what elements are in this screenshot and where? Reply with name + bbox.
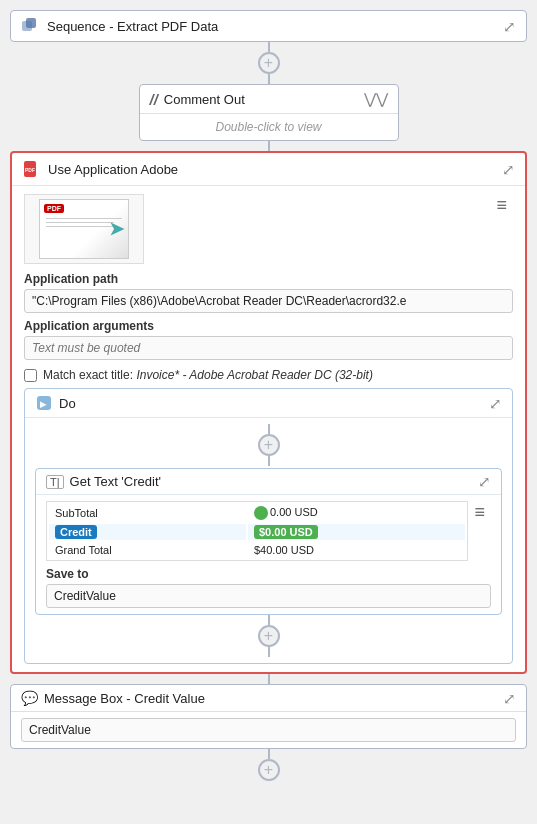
use-app-collapse-btn[interactable]: ⤢ xyxy=(502,162,515,177)
svg-rect-1 xyxy=(26,18,36,28)
table-row-grandtotal: Grand Total $40.00 USD xyxy=(49,542,465,558)
match-exact-checkbox[interactable] xyxy=(24,369,37,382)
match-exact-label: Match exact title: Invoice* - Adobe Acro… xyxy=(43,368,373,382)
use-app-body: PDF ➤ ≡ Application path Application arg… xyxy=(12,186,525,672)
get-text-collapse-btn[interactable]: ⤢ xyxy=(478,474,491,489)
circle-green-icon xyxy=(254,506,268,520)
get-text-menu-btn[interactable]: ≡ xyxy=(468,501,491,523)
connector-line-2 xyxy=(268,74,270,84)
match-exact-value: Invoice* - Adobe Acrobat Reader DC (32-b… xyxy=(136,368,373,382)
connector-2 xyxy=(10,141,527,151)
do-conn-line-2 xyxy=(268,456,270,466)
sequence-header-left: Sequence - Extract PDF Data xyxy=(21,17,218,35)
connector-line-4 xyxy=(268,674,270,684)
use-app-header: PDF Use Application Adobe ⤢ xyxy=(12,153,525,186)
credit-value: $0.00 USD xyxy=(248,524,466,540)
sequence-icon xyxy=(21,17,39,35)
msg-icon: 💬 xyxy=(21,690,38,706)
comment-header-left: // Comment Out xyxy=(150,91,245,108)
do-header-left: ▶ Do xyxy=(35,394,76,412)
subtotal-value: 0.00 USD xyxy=(248,504,466,522)
connector-line-5 xyxy=(268,749,270,759)
comment-out-block: // Comment Out ⋁⋁ Double-click to view xyxy=(139,84,399,141)
msg-body-input[interactable] xyxy=(21,718,516,742)
comment-icon: // xyxy=(150,91,158,108)
pdf-icon: PDF xyxy=(22,159,42,179)
thumbnail-inner: PDF ➤ xyxy=(39,199,129,259)
table-preview: SubTotal 0.00 USD Credit xyxy=(46,501,468,561)
do-conn-line-4 xyxy=(268,647,270,657)
table-row-subtotal: SubTotal 0.00 USD xyxy=(49,504,465,522)
credit-value-highlight: $0.00 USD xyxy=(254,525,318,539)
do-connector-1: + xyxy=(35,424,502,466)
do-conn-line-3 xyxy=(268,615,270,625)
do-body: + T| Get Text 'Credit' ⤢ xyxy=(25,418,512,663)
connector-4: + xyxy=(10,749,527,781)
use-app-block: PDF Use Application Adobe ⤢ PDF ➤ xyxy=(10,151,527,674)
grandtotal-value: $40.00 USD xyxy=(248,542,466,558)
do-add-action-btn-2[interactable]: + xyxy=(258,625,280,647)
subtotal-label: SubTotal xyxy=(49,504,246,522)
connector-line xyxy=(268,42,270,52)
do-add-action-btn[interactable]: + xyxy=(258,434,280,456)
msg-collapse-btn[interactable]: ⤢ xyxy=(503,691,516,706)
use-app-header-left: PDF Use Application Adobe xyxy=(22,159,178,179)
get-text-block: T| Get Text 'Credit' ⤢ xyxy=(35,468,502,615)
do-conn-line xyxy=(268,424,270,434)
app-args-input[interactable] xyxy=(24,336,513,360)
comment-collapse-btn[interactable]: ⋁⋁ xyxy=(364,90,388,108)
thumbnail-area: PDF ➤ ≡ xyxy=(24,194,513,264)
do-collapse-btn[interactable]: ⤢ xyxy=(489,396,502,411)
do-connector-2: + xyxy=(35,615,502,657)
match-label-text: Match exact title: xyxy=(43,368,133,382)
app-thumbnail: PDF ➤ xyxy=(24,194,144,264)
grandtotal-label: Grand Total xyxy=(49,542,246,558)
svg-text:PDF: PDF xyxy=(25,167,35,173)
do-icon: ▶ xyxy=(35,394,53,412)
use-app-title: Use Application Adobe xyxy=(48,162,178,177)
connector-3 xyxy=(10,674,527,684)
sequence-title: Sequence - Extract PDF Data xyxy=(47,19,218,34)
get-text-header: T| Get Text 'Credit' ⤢ xyxy=(36,469,501,495)
thumbnail-arrow: ➤ xyxy=(109,218,124,240)
get-text-label: Get Text 'Credit' xyxy=(70,474,161,489)
match-exact-row: Match exact title: Invoice* - Adobe Acro… xyxy=(24,368,513,382)
app-args-label: Application arguments xyxy=(24,319,513,333)
connector-1: + xyxy=(10,42,527,84)
do-label: Do xyxy=(59,396,76,411)
pdf-badge: PDF xyxy=(44,204,64,213)
table-row-credit: Credit $0.00 USD xyxy=(49,524,465,540)
main-container: Sequence - Extract PDF Data ⤢ + // Comme… xyxy=(0,0,537,791)
do-block: ▶ Do ⤢ + xyxy=(24,388,513,664)
credit-label: Credit xyxy=(49,524,246,540)
msg-title: Message Box - Credit Value xyxy=(44,691,205,706)
msg-header-left: 💬 Message Box - Credit Value xyxy=(21,690,205,706)
msg-header: 💬 Message Box - Credit Value ⤢ xyxy=(11,685,526,712)
app-path-input[interactable] xyxy=(24,289,513,313)
get-text-body: SubTotal 0.00 USD Credit xyxy=(36,495,501,614)
add-action-btn-1[interactable]: + xyxy=(258,52,280,74)
save-to-input[interactable] xyxy=(46,584,491,608)
sequence-collapse-btn[interactable]: ⤢ xyxy=(503,19,516,34)
add-action-btn-bottom[interactable]: + xyxy=(258,759,280,781)
credit-highlight: Credit xyxy=(55,525,97,539)
get-text-icon: T| xyxy=(46,475,64,489)
app-path-label: Application path xyxy=(24,272,513,286)
message-box-block: 💬 Message Box - Credit Value ⤢ xyxy=(10,684,527,749)
comment-body-text: Double-click to view xyxy=(215,120,321,134)
msg-body xyxy=(11,712,526,748)
comment-body[interactable]: Double-click to view xyxy=(140,114,398,140)
use-app-menu-btn[interactable]: ≡ xyxy=(490,194,513,216)
svg-text:▶: ▶ xyxy=(40,400,47,409)
connector-line-3 xyxy=(268,141,270,151)
comment-header: // Comment Out ⋁⋁ xyxy=(140,85,398,114)
get-text-header-left: T| Get Text 'Credit' xyxy=(46,474,161,489)
do-header: ▶ Do ⤢ xyxy=(25,389,512,418)
save-to-label: Save to xyxy=(46,567,491,581)
sequence-header: Sequence - Extract PDF Data ⤢ xyxy=(10,10,527,42)
comment-label: Comment Out xyxy=(164,92,245,107)
